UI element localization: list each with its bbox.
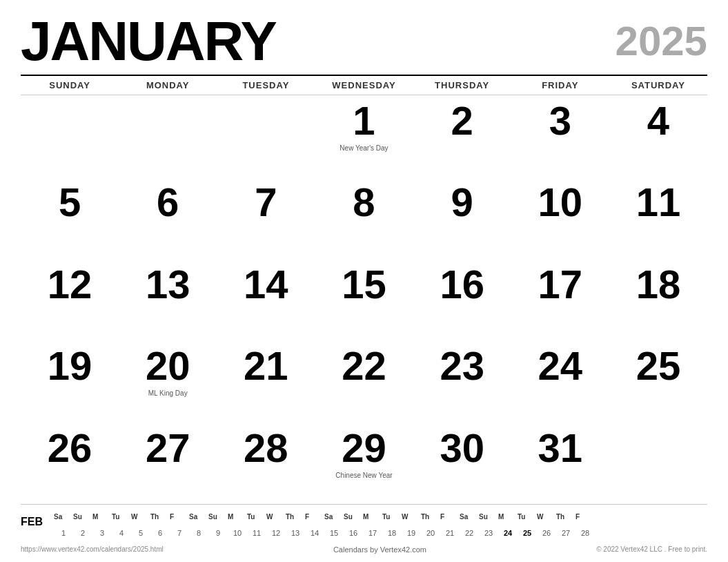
mini-header-cell: W xyxy=(266,512,286,522)
day-cell: 22 xyxy=(315,340,413,422)
day-cell: 20ML King Day xyxy=(119,340,217,422)
day-cell: 6 xyxy=(119,177,217,258)
day-number: 26 xyxy=(48,428,92,468)
mini-header-cell: Su xyxy=(208,512,228,522)
footer: https://www.vertex42.com/calendars/2025.… xyxy=(21,541,707,555)
day-number: 10 xyxy=(538,182,583,222)
day-number: 28 xyxy=(244,428,288,468)
mini-day-cell: 26 xyxy=(537,527,556,539)
footer-center: Calendars by Vertex42.com xyxy=(333,545,426,554)
mini-header-cell: M xyxy=(92,512,112,522)
day-cell: 18 xyxy=(609,259,707,340)
day-number: 18 xyxy=(636,264,681,304)
day-number: 17 xyxy=(538,264,583,304)
day-number: 3 xyxy=(549,101,571,141)
day-number: 9 xyxy=(451,182,473,222)
mini-day-cell: 27 xyxy=(556,527,575,539)
year-title: 2025 xyxy=(616,21,707,62)
day-cell: 27 xyxy=(119,423,217,504)
day-header: SUNDAY xyxy=(21,80,119,90)
day-number: 1 xyxy=(353,101,375,141)
day-number: 22 xyxy=(342,346,386,386)
mini-day-cell: 12 xyxy=(266,527,286,539)
calendar-header: JANUARY 2025 xyxy=(21,14,707,69)
day-cell: 23 xyxy=(413,340,511,422)
day-cell: 4 xyxy=(609,95,707,177)
mini-header-cell: Sa xyxy=(324,512,344,522)
mini-day-cell: 24 xyxy=(498,527,518,539)
mini-header-cell: M xyxy=(363,512,382,522)
mini-day-cell: 9 xyxy=(208,527,228,539)
day-cell: 19 xyxy=(21,340,119,422)
mini-header-cell: F xyxy=(170,512,189,522)
mini-header-cell: Tu xyxy=(247,512,266,522)
mini-day-cell: 17 xyxy=(363,527,382,539)
mini-header-cell: Th xyxy=(286,512,305,522)
day-number: 29 xyxy=(342,428,386,468)
day-cell: 28 xyxy=(217,423,315,504)
holiday-text: ML King Day xyxy=(148,389,188,398)
mini-day-cell: 18 xyxy=(382,527,402,539)
day-number: 4 xyxy=(647,101,669,141)
day-cell: 13 xyxy=(119,259,217,340)
mini-header-cell: Sa xyxy=(54,512,73,522)
mini-day-cell: 11 xyxy=(247,527,266,539)
day-number: 21 xyxy=(244,346,288,386)
mini-day-cell: 25 xyxy=(518,527,537,539)
calendar-page: JANUARY 2025 SUNDAYMONDAYTUESDAYWEDNESDA… xyxy=(0,0,728,562)
day-number: 8 xyxy=(353,182,375,222)
day-cell: 24 xyxy=(511,340,609,422)
mini-day-cell: 3 xyxy=(92,527,112,539)
day-header: TUESDAY xyxy=(217,80,315,90)
empty-cell xyxy=(217,95,315,177)
day-number: 15 xyxy=(342,264,386,304)
day-header: THURSDAY xyxy=(413,80,511,90)
day-header: WEDNESDAY xyxy=(315,80,413,90)
day-number: 24 xyxy=(538,346,583,386)
day-cell: 7 xyxy=(217,177,315,258)
day-number: 30 xyxy=(440,428,484,468)
day-cell: 10 xyxy=(511,177,609,258)
day-headers-row: SUNDAYMONDAYTUESDAYWEDNESDAYTHURSDAYFRID… xyxy=(21,75,707,95)
mini-day-cell: 19 xyxy=(402,527,421,539)
day-cell: 31 xyxy=(511,423,609,504)
mini-day-cell: 13 xyxy=(286,527,305,539)
day-number: 13 xyxy=(146,264,190,304)
day-number: 25 xyxy=(636,346,681,386)
day-header: SATURDAY xyxy=(609,80,707,90)
mini-header-cell: Tu xyxy=(112,512,131,522)
mini-header-cell: M xyxy=(498,512,518,522)
mini-header-cell: F xyxy=(440,512,460,522)
mini-day-cell: 22 xyxy=(460,527,479,539)
day-number: 2 xyxy=(451,101,473,141)
mini-header-cell: Tu xyxy=(518,512,537,522)
mini-day-cell: 5 xyxy=(131,527,150,539)
mini-day-cell: 8 xyxy=(189,527,208,539)
mini-month-label: FEB xyxy=(21,512,48,528)
empty-cell xyxy=(119,95,217,177)
mini-day-cell: 16 xyxy=(344,527,363,539)
day-cell: 29Chinese New Year xyxy=(315,423,413,504)
mini-day-cell: 21 xyxy=(440,527,460,539)
day-cell: 30 xyxy=(413,423,511,504)
mini-header-cell: Th xyxy=(556,512,575,522)
day-cell: 21 xyxy=(217,340,315,422)
day-number: 27 xyxy=(146,428,190,468)
mini-grid: SaSuMTuWThFSaSuMTuWThFSaSuMTuWThFSaSuMTu… xyxy=(54,512,707,539)
mini-header-cell: Sa xyxy=(189,512,208,522)
day-cell: 26 xyxy=(21,423,119,504)
mini-day-cell: 1 xyxy=(54,527,73,539)
day-cell: 3 xyxy=(511,95,609,177)
day-cell: 12 xyxy=(21,259,119,340)
mini-header-cell: W xyxy=(131,512,150,522)
day-cell: 8 xyxy=(315,177,413,258)
mini-day-cell: 20 xyxy=(421,527,440,539)
day-number: 14 xyxy=(244,264,288,304)
day-cell: 16 xyxy=(413,259,511,340)
mini-day-cell: 23 xyxy=(479,527,498,539)
day-header: FRIDAY xyxy=(511,80,609,90)
mini-header-cell: F xyxy=(575,512,595,522)
empty-cell xyxy=(609,423,707,504)
mini-header-cell: W xyxy=(402,512,421,522)
day-cell: 5 xyxy=(21,177,119,258)
